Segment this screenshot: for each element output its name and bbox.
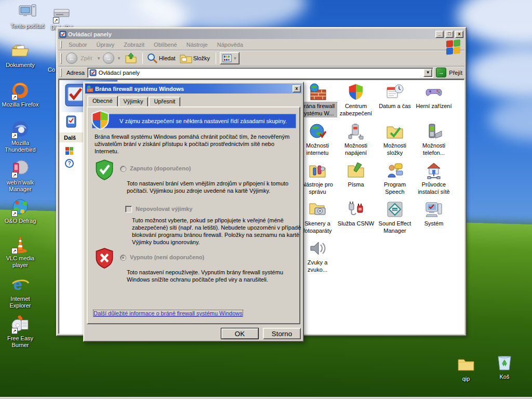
svg-text:MINI: MINI [393,208,397,211]
toolbar-grip[interactable] [60,53,62,64]
sounds-audio-icon [309,240,326,257]
folder-icon [457,355,475,374]
desktop-icon-label: Dokumenty [0,62,41,69]
cp-item-date-time[interactable]: Datum a čas [376,83,414,110]
forward-dropdown-icon[interactable]: ▼ [117,56,121,61]
control-panel-window-icon [59,31,66,38]
address-input[interactable]: Ovládací panely ▼ [87,68,433,78]
firefox-icon: ↗ [11,81,30,100]
help-icon[interactable]: ? [65,159,74,168]
radio-on[interactable] [120,166,126,172]
minimize-button[interactable]: _ [435,31,444,38]
back-button[interactable]: ← [66,52,77,64]
tab-advanced[interactable]: Upřesnit [149,97,180,107]
shortcut-arrow-icon: ↗ [11,248,18,254]
cp-item-label: Možnosti internetu [298,142,337,156]
cp-item-phone-modem[interactable]: Možnosti telefon... [415,123,453,156]
folders-button[interactable]: Složky [180,53,212,63]
cp-item-sound-effect-manager[interactable]: MINI Sound Effect Manager [376,201,414,234]
windows-security-shield-icon [90,110,110,131]
menu-file[interactable]: Soubor [64,41,91,49]
maximize-button[interactable]: □ [445,31,454,38]
radio-on-label[interactable]: Zapnuto (doporučeno) [130,165,191,172]
more-info-link[interactable]: Další důležité informace o bráně firewal… [94,310,243,316]
my-computer-icon [18,3,37,21]
internet-explorer-icon: e [11,275,30,294]
cp-item-label: Možnosti složky [376,142,414,156]
tab-exceptions[interactable]: Výjimky [118,97,149,107]
desktop-icon-internet-explorer[interactable]: e Internet Explorer [0,275,41,309]
free-easy-burner-icon: ↗ [11,315,30,334]
cp-item-csnw[interactable]: Služba CSNW [337,201,375,227]
go-button[interactable]: → [436,68,446,77]
tab-strip: Obecné Výjimky Upřesnit [87,97,181,107]
window-title: Ovládací panely [68,31,434,37]
windows-update-icon[interactable] [65,147,74,155]
menu-help[interactable]: Nápověda [212,41,248,49]
search-button[interactable]: Hledat [147,52,178,64]
recycle-bin-icon [495,353,514,372]
cp-item-security-center[interactable]: Centrum zabezpečení [337,83,375,117]
toolbar-grip[interactable] [60,41,62,48]
ok-button[interactable]: OK [221,328,259,339]
dialog-close-button[interactable]: x [292,85,301,92]
tool-bar: ← Zpět ▼ → ▼ Hledat Složky ▼ [58,50,464,66]
up-button[interactable] [125,52,137,64]
checkbox-no-exceptions[interactable] [125,206,132,212]
desktop-icon-webnwalk[interactable]: ↗ web'n'walk Manager [0,159,41,193]
category-view-icon[interactable] [65,115,77,128]
desktop-icon-thunderbird[interactable]: ↗ Mozilla Thunderbird [0,119,41,153]
radio-off[interactable] [120,255,126,261]
cp-item-fonts[interactable]: Písma [337,162,375,188]
taskbar-edge[interactable] [0,397,532,399]
cp-item-system[interactable]: Systém [415,201,453,227]
cp-item-label: Herní zařízení [415,102,453,110]
menu-edit[interactable]: Úpravy [91,41,119,49]
menu-favorites[interactable]: Oblíbené [149,41,182,49]
cp-item-folder-options[interactable]: Možnosti složky [376,123,414,156]
tab-general[interactable]: Obecné [87,96,118,107]
menu-tools[interactable]: Nástroje [182,41,212,49]
desktop-icon-label: qip [446,376,486,382]
cancel-button[interactable]: Storno [263,328,301,339]
shortcut-arrow-icon: ↗ [53,17,59,23]
dialog-titlebar[interactable]: Brána firewall systému Windows x [85,84,302,94]
desktop-icon-vlc[interactable]: ↗ VLC media player [0,235,41,269]
radio-off-label[interactable]: Vypnuto (není doporučeno) [130,254,204,261]
checkbox-label[interactable]: Nepovolovat výjimky [136,205,192,212]
shortcut-arrow-icon: ↗ [11,328,18,334]
views-button[interactable]: ▼ [220,52,240,64]
desktop-icon-free-easy-burner[interactable]: ↗ Free Easy Burner [0,315,41,349]
game-controller-icon [425,83,443,101]
menu-view[interactable]: Zobrazit [119,41,149,49]
windows-firewall-icon [309,83,326,101]
cp-item-power-options[interactable]: Možnosti napájení [337,123,375,156]
close-button[interactable]: x [455,31,463,38]
cp-item-internet-options[interactable]: Možnosti internetu [298,123,337,156]
date-time-icon [386,83,404,101]
firewall-dialog-icon [86,85,94,92]
cp-item-windows-firewall[interactable]: Brána firewall systému W... [298,83,337,117]
desktop-icon-oo-defrag[interactable]: ↗ O&O Defrag [0,197,41,224]
system-icon [425,201,443,218]
cp-item-label: Centrum zabezpečení [337,102,375,117]
desktop-icon-documents[interactable]: Dokumenty [0,42,41,69]
cp-item-network-wizard[interactable]: Průvodce instalací sítě [415,162,453,195]
address-dropdown-button[interactable]: ▼ [423,69,432,77]
toolbar-grip[interactable] [60,68,62,76]
internet-options-icon [309,123,326,140]
cp-item-speech[interactable]: Program Speech [376,162,414,195]
cp-item-label: Sound Effect Manager [376,220,414,234]
oo-defrag-icon: ↗ [11,197,30,216]
forward-button[interactable]: → [103,52,114,64]
desktop-icon-firefox[interactable]: ↗ Mozilla Firefox [0,81,41,108]
desktop-icon-label: O&O Defrag [0,218,41,224]
desktop-icon-recycle-bin[interactable]: Koš [484,353,525,380]
documents-folder-icon [11,42,30,60]
back-dropdown-icon[interactable]: ▼ [97,56,101,61]
cloud [468,47,532,99]
desktop-icon-qip[interactable]: qip [446,355,486,382]
cp-item-game-controllers[interactable]: Herní zařízení [415,83,453,110]
window-titlebar[interactable]: Ovládací panely _ □ x [58,29,464,39]
admin-tools-icon [309,162,326,179]
